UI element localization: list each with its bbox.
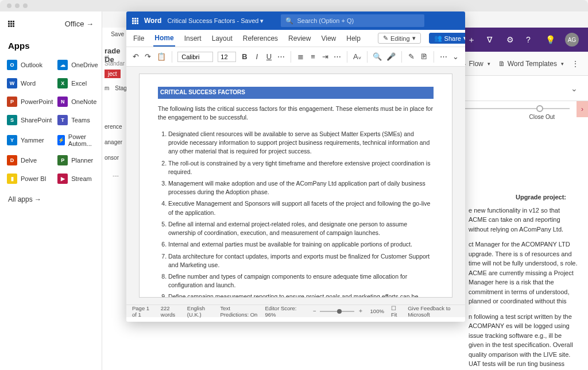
app-item-outlook[interactable]: OOutlook [6, 56, 54, 74]
app-item-teams[interactable]: TTeams [56, 111, 99, 129]
app-item-planner[interactable]: PPlanner [56, 152, 99, 169]
app-item-word[interactable]: WWord [6, 75, 54, 92]
app-item-powerautom[interactable]: ⚡Power Autom... [56, 130, 99, 151]
tab-view[interactable]: View [320, 31, 337, 46]
waffle-icon[interactable] [132, 18, 138, 24]
word-count[interactable]: 222 words [161, 305, 180, 318]
editor-score[interactable]: Editor Score: 96% [265, 305, 299, 318]
tab-help[interactable]: Help [345, 31, 362, 46]
styles-icon[interactable]: Aᵥ [353, 52, 361, 62]
tab-layout[interactable]: Layout [211, 31, 234, 46]
project-chip: ject [105, 70, 121, 78]
help-icon[interactable]: ? [526, 35, 535, 44]
italic-button[interactable]: I [253, 52, 261, 62]
numbering-icon[interactable]: ≡ [309, 52, 316, 62]
list-item: Management will make adoption and use of… [168, 179, 434, 196]
tab-references[interactable]: References [242, 31, 279, 46]
document-page: CRITICAL SUCCESS FACTORS The following l… [139, 74, 452, 298]
waffle-icon[interactable] [8, 21, 14, 27]
document-title[interactable]: Critical Success Factors - Saved ▾ [167, 17, 264, 25]
app-icon: D [7, 155, 17, 165]
more-format-icon[interactable]: ⋯ [277, 52, 285, 62]
ribbon-chevron-icon[interactable]: ⌄ [452, 52, 459, 62]
list-item: Define number and types of campaign comp… [168, 272, 434, 290]
more-ribbon-icon[interactable]: ⋯ [439, 52, 447, 62]
flow-menu[interactable]: ⬨ Flow [462, 60, 490, 68]
app-icon: Y [7, 135, 17, 145]
app-item-delve[interactable]: DDelve [6, 152, 54, 169]
chevron-down-icon[interactable]: ⌄ [571, 84, 578, 93]
app-icon: O [7, 60, 17, 70]
feedback-link[interactable]: Give Feedback to Microsoft [408, 305, 459, 318]
undo-icon[interactable]: ↶ [132, 52, 140, 62]
light-icon[interactable]: 💡 [546, 35, 555, 44]
fit-toggle[interactable]: ☐ Fit [391, 305, 401, 318]
editor-icon[interactable]: ✎ [408, 52, 415, 62]
app-item-excel[interactable]: XExcel [56, 75, 99, 92]
timeline-next-button[interactable]: › [577, 101, 588, 117]
zoom-level[interactable]: 100% [370, 308, 384, 314]
share-button[interactable]: 👥 Share ▾ [429, 33, 465, 44]
doc-heading: CRITICAL SUCCESS FACTORS [158, 87, 434, 99]
paste-icon[interactable]: 📋 [157, 52, 166, 62]
settings-icon[interactable]: ⚙ [506, 35, 516, 44]
list-item: Define all internal and external project… [168, 220, 434, 237]
bullets-icon[interactable]: ≣ [297, 52, 304, 62]
window-dot [15, 3, 20, 8]
filter-icon[interactable]: ∇ [487, 35, 496, 44]
underline-button[interactable]: U [265, 52, 273, 62]
search-input[interactable]: 🔍 Search (Option + Q) [281, 14, 424, 27]
more-icon[interactable]: ⋮ [572, 60, 579, 68]
doc-intro: The following lists the critical success… [158, 105, 434, 122]
app-item-powerbi[interactable]: ▮Power BI [6, 170, 54, 187]
editing-mode[interactable]: ✎ Editing ▾ [378, 33, 421, 44]
indent-icon[interactable]: ⇥ [322, 52, 329, 62]
app-icon: ☁ [57, 60, 68, 70]
tab-home[interactable]: Home [153, 30, 175, 47]
tab-file[interactable]: File [132, 31, 145, 46]
office-link[interactable]: Office → [65, 20, 94, 28]
app-name: Word [144, 17, 161, 25]
word-templates-menu[interactable]: 🗎 Word Templates [498, 60, 564, 68]
font-size-select[interactable] [218, 52, 236, 62]
save-fragment[interactable]: Save [102, 28, 126, 43]
app-icon: X [57, 78, 68, 88]
text-predictions[interactable]: Text Predictions: On [220, 305, 258, 318]
document-canvas[interactable]: CRITICAL SUCCESS FACTORS The following l… [126, 67, 465, 305]
tab-review[interactable]: Review [287, 31, 312, 46]
more-para-icon[interactable]: ⋯ [334, 52, 341, 62]
page-count[interactable]: Page 1 of 1 [132, 305, 154, 318]
list-item: Designated client resources will be avai… [168, 130, 434, 156]
app-item-onedrive[interactable]: ☁OneDrive [56, 56, 99, 74]
list-item: Data architecture for contact updates, i… [168, 252, 434, 269]
app-icon: N [57, 97, 68, 107]
app-icon: ⚡ [57, 135, 65, 145]
user-avatar[interactable]: AG [565, 33, 579, 47]
tab-insert[interactable]: Insert [183, 31, 203, 46]
apps-heading: Apps [0, 33, 102, 56]
window-dot [7, 3, 11, 8]
app-icon: T [57, 115, 68, 125]
project-left-fragment: Save rade De ct Standar ject mStag erenc… [102, 28, 126, 167]
find-icon[interactable]: 🔍 [373, 52, 382, 62]
word-titlebar: Word Critical Success Factors - Saved ▾ … [126, 11, 465, 30]
dictate-icon[interactable]: 🎤 [386, 52, 396, 62]
language[interactable]: English (U.K.) [187, 305, 214, 318]
app-item-sharepoint[interactable]: SSharePoint [6, 111, 54, 129]
office-app-launcher: Office → Apps OOutlook☁OneDriveWWordXExc… [0, 11, 102, 370]
redo-icon[interactable]: ↷ [144, 52, 152, 62]
word-tabs: File Home Insert Layout References Revie… [126, 30, 465, 47]
app-icon: ▮ [7, 174, 17, 184]
reuse-icon[interactable]: 🖹 [420, 52, 427, 62]
word-app-window: Word Critical Success Factors - Saved ▾ … [126, 11, 465, 322]
timeline-milestone[interactable] [536, 105, 543, 112]
plus-icon[interactable]: ＋ [467, 35, 477, 44]
font-select[interactable] [177, 52, 213, 62]
app-item-powerpoint[interactable]: PPowerPoint [6, 93, 54, 110]
zoom-slider[interactable]: − ＋ [313, 307, 363, 315]
all-apps-link[interactable]: All apps → [0, 187, 102, 211]
app-item-stream[interactable]: ▶Stream [56, 170, 99, 187]
app-item-onenote[interactable]: NOneNote [56, 93, 99, 110]
bold-button[interactable]: B [241, 52, 248, 62]
app-item-yammer[interactable]: YYammer [6, 130, 54, 151]
